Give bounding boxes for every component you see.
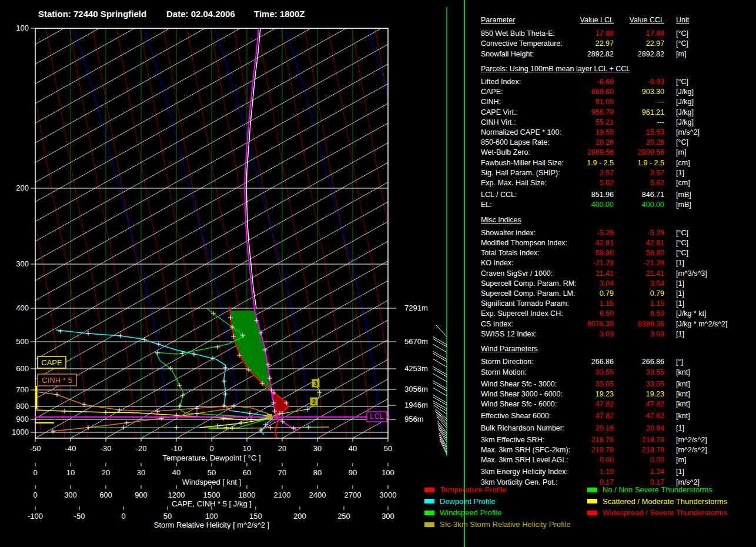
value-ccl: 47.82 <box>614 411 664 421</box>
svg-text:0: 0 <box>209 444 213 453</box>
svg-text:-40: -40 <box>65 444 76 453</box>
param-label: Wind Shear Sfc - 3000: <box>481 379 575 389</box>
svg-text:-10: -10 <box>171 444 182 453</box>
param-label: Convective Temperature: <box>481 39 575 49</box>
legend-swatch <box>587 488 597 492</box>
value-ccl: -5.29 <box>614 228 664 238</box>
svg-text:600: 600 <box>99 491 112 499</box>
param-label: 850 Wet Bulb Theta-E: <box>481 29 575 39</box>
value-lcl: 2.57 <box>575 168 614 178</box>
svg-text:200: 200 <box>16 184 29 192</box>
param-unit: [1] <box>664 279 747 289</box>
param-label: Wet-Bulb Zero: <box>481 148 575 158</box>
param-label: Total Totals Index: <box>481 248 575 258</box>
svg-text:900: 900 <box>16 415 29 423</box>
table-row: Exp. Supercell Index CH:6.506.50[J/kg * … <box>481 309 756 319</box>
param-label: Exp. Max. Hail Size: <box>481 178 575 188</box>
param-label: CAPE Virt.: <box>481 108 575 118</box>
table-row: 850 Wet Bulb Theta-E:17.8817.88[°C] <box>481 29 756 39</box>
param-label: Significant Tornado Param: <box>481 299 575 309</box>
param-unit: [°C] <box>664 248 747 258</box>
svg-text:800: 800 <box>16 402 29 411</box>
table-row: CINH Virt.:55.21---[J/kg] <box>481 118 756 128</box>
value-lcl: 55.21 <box>575 118 614 128</box>
value-lcl: 1.9 - 2.5 <box>575 158 614 168</box>
value-lcl: 0.00 <box>575 455 614 465</box>
param-label: Modified Thompson Index: <box>481 238 575 248</box>
param-label: CS Index: <box>481 319 575 329</box>
param-label: Supercell Comp. Param. LM: <box>481 289 575 299</box>
svg-text:400: 400 <box>16 303 29 312</box>
value-ccl: 2.57 <box>614 168 664 178</box>
legend-item: No / Non Severe Thunderstorms <box>587 484 727 496</box>
param-label: Supercell Comp. Param. RM: <box>481 279 575 289</box>
table-row: CS Index:8076.398389.35[J/kg * m^2/s^2] <box>481 319 756 329</box>
table-row: 3km Energy Helicity Index:1.191.24[1] <box>481 467 756 477</box>
legend-item: Sfc-3km Storm Relative Helicity Profile <box>424 519 571 531</box>
section-heading: Misc Indices <box>481 215 756 225</box>
svg-text:-20: -20 <box>136 444 147 453</box>
legend-label: Dewpoint Profile <box>440 497 496 506</box>
svg-text:3: 3 <box>314 380 317 387</box>
param-unit: [J/kg] <box>664 97 747 107</box>
legend-label: Sfc-3km Storm Relative Helicity Profile <box>440 520 571 529</box>
svg-text:100: 100 <box>382 468 394 477</box>
table-row: Snowfall Height:2892.822892.82[m] <box>481 49 756 59</box>
table-row: Lifted Index:-6.69-6.93[°C] <box>481 77 756 87</box>
param-label: CINH: <box>481 97 575 107</box>
value-lcl: 6.50 <box>575 309 614 319</box>
table-row: Wind Shear Sfc - 6000:47.8247.82[knt] <box>481 399 756 409</box>
value-ccl: 1.9 - 2.5 <box>614 158 664 168</box>
param-unit: [°C] <box>664 39 747 49</box>
svg-text:10: 10 <box>66 468 75 477</box>
table-row: Wet-Bulb Zero:2809.562809.56[m] <box>481 148 756 158</box>
profile-traces <box>35 28 329 438</box>
svg-text:20: 20 <box>278 444 286 453</box>
svg-text:40: 40 <box>172 468 180 477</box>
param-label: Fawbush-Miller Hail Size: <box>481 158 575 168</box>
parameter-table: ParameterValue LCLValue CCLUnit850 Wet B… <box>481 15 756 488</box>
svg-text:1500: 1500 <box>203 491 220 499</box>
param-label: Wind Shear Sfc - 6000: <box>481 399 575 409</box>
param-unit: [m^2/s^2] <box>664 445 747 455</box>
section-heading: Parcels: Using 100mB mean layer LCL + CC… <box>481 64 756 74</box>
table-row: Exp. Max. Hail Size:5.625.62[cm] <box>481 178 756 188</box>
param-label: Normalized CAPE * 100: <box>481 128 575 138</box>
table-row: CAPE Virt.:956.79961.21[J/kg] <box>481 108 756 118</box>
severity-legend: No / Non Severe ThunderstormsScattered /… <box>587 484 727 519</box>
table-row: Total Totals Index:58.8058.80[°C] <box>481 248 756 258</box>
param-label: CINH Virt.: <box>481 118 575 128</box>
table-row: 850-600 Lapse Rate:20.2620.26[°C] <box>481 138 756 148</box>
legend-label: No / Non Severe Thunderstorms <box>603 485 712 494</box>
value-ccl: 20.26 <box>614 138 664 148</box>
value-ccl: 266.86 <box>614 357 664 367</box>
col-header-unit: Unit <box>664 15 747 25</box>
table-row: KO Index:-21.28-21.28[1] <box>481 258 756 268</box>
svg-text:CAPE: CAPE <box>41 358 62 367</box>
value-ccl: 19.23 <box>614 389 664 399</box>
param-label: Storm Direction: <box>481 357 575 367</box>
value-lcl: 47.82 <box>575 411 614 421</box>
svg-text:2100: 2100 <box>274 491 291 499</box>
table-row: CAPE:869.60903.30[J/kg] <box>481 87 756 97</box>
table-row: Supercell Comp. Param. LM:0.790.79[1] <box>481 289 756 299</box>
param-label: 3km Effective SRH: <box>481 435 575 445</box>
svg-text:20: 20 <box>102 468 110 477</box>
table-row: Supercell Comp. Param. RM:3.043.04[1] <box>481 279 756 289</box>
svg-text:0: 0 <box>121 512 125 521</box>
table-row: Modified Thompson Index:42.8142.81[°C] <box>481 238 756 248</box>
legend-swatch <box>424 499 434 503</box>
value-lcl: 21.41 <box>575 269 614 279</box>
value-ccl: 6.50 <box>614 309 664 319</box>
profile-legend: Temperature ProfileDewpoint ProfileWinds… <box>424 484 571 530</box>
param-label: Sig. Hail Param. (SHIP): <box>481 168 575 178</box>
param-label: LCL / CCL: <box>481 190 575 200</box>
svg-text:1800: 1800 <box>239 491 256 499</box>
svg-text:2: 2 <box>312 398 316 405</box>
svg-text:-30: -30 <box>101 444 112 453</box>
table-row: Convective Temperature:22.9722.97[°C] <box>481 39 756 49</box>
table-row: Craven SigSvr / 1000:21.4121.41[m^3/s^3] <box>481 269 756 279</box>
srh-km-marker-1 <box>267 414 272 419</box>
value-ccl: 846.71 <box>614 190 664 200</box>
value-ccl: 42.81 <box>614 238 664 248</box>
